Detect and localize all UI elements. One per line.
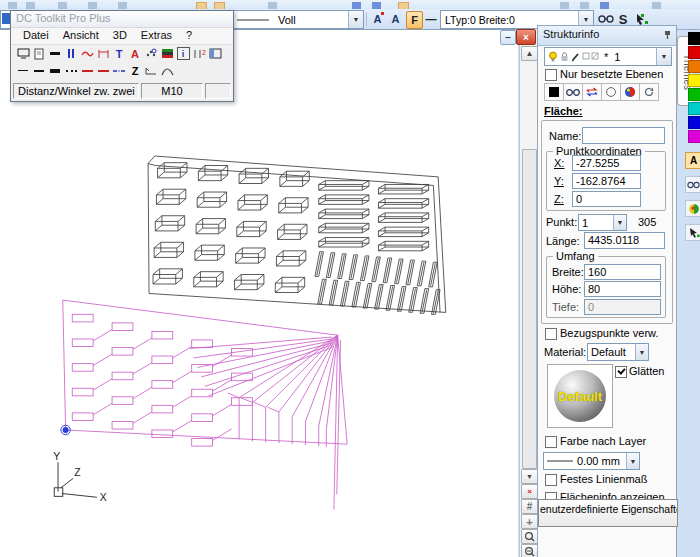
vertical-scrollbar[interactable]: ▲ ▼ × # + [519,29,537,557]
zoom-extents-button[interactable] [521,544,538,557]
panel-header[interactable]: Strukturinfo [538,26,676,46]
chevron-down-icon[interactable]: ▼ [626,453,639,469]
annotation-icon[interactable]: A [127,46,143,61]
line-style-combobox[interactable]: Voll ▼ [231,10,364,29]
z-order-icon[interactable]: Z [127,63,143,78]
chevron-down-icon[interactable]: ▼ [613,215,626,230]
palette-swatch[interactable] [688,74,700,87]
bold-line-style-icon[interactable] [47,63,63,78]
clipped-toolbar-icon[interactable] [560,2,569,9]
palette-swatch[interactable] [688,88,700,101]
color-by-layer-checkbox[interactable] [545,436,557,448]
menu-item-extras[interactable]: Extras [134,28,179,41]
palette-swatch[interactable] [688,32,700,45]
angle-icon[interactable] [143,63,159,78]
clipped-toolbar-icon[interactable] [352,2,361,9]
arc-icon[interactable] [159,63,175,78]
selected-point-marker[interactable] [63,427,69,433]
view-glasses-button[interactable] [563,83,583,101]
close-view-button[interactable]: × [521,484,538,499]
swap-arrows-button[interactable] [582,83,602,101]
depth-input[interactable]: 0 [584,299,661,315]
monitor-icon[interactable] [15,46,31,61]
circle-button[interactable] [601,83,621,101]
dashdot-blue-line-icon[interactable] [111,63,127,78]
strip-picker-button[interactable] [685,224,700,241]
height-input[interactable]: 80 [584,281,661,297]
line-width-combobox[interactable]: 0.00 mm ▼ [543,452,640,470]
scrollbar-thumb[interactable] [522,149,537,469]
info-icon[interactable]: i [175,46,191,61]
menu-item-datei[interactable]: Datei [16,28,56,41]
point-combobox[interactable]: 1 ▼ [578,214,627,231]
view-dropdown-button[interactable]: ▼ [521,469,538,484]
dotted-line-style-icon[interactable] [63,63,79,78]
thin-line-style-icon[interactable] [15,63,31,78]
sheet-icon[interactable] [31,46,47,61]
clipped-toolbar-icon[interactable] [26,2,35,9]
clipped-toolbar-icon[interactable] [88,2,97,9]
chevron-down-icon[interactable]: ▼ [656,48,671,65]
dc-toolkit-window[interactable]: DC Toolkit Pro Plus DateiAnsicht3DExtras… [10,10,234,102]
measure-two-icon[interactable]: 2 [191,46,207,61]
menu-item-[interactable]: ? [179,28,199,41]
only-occupied-checkbox[interactable] [545,69,557,81]
y-input[interactable]: -162.8764 [572,173,641,189]
clipped-toolbar-icon[interactable] [58,2,67,9]
fixed-line-checkbox[interactable] [545,474,557,486]
chevron-down-icon[interactable]: ▼ [348,11,363,28]
width-input[interactable]: 160 [584,264,661,280]
dashed-red-line2-icon[interactable] [95,63,111,78]
strip-a-button[interactable]: A [685,152,700,169]
strip-color-ball-button[interactable] [685,200,700,217]
palette-swatch[interactable] [688,46,700,59]
pin-icon[interactable] [663,30,672,40]
points-icon[interactable] [143,46,159,61]
custom-properties-button[interactable]: enutzerdefinierte Eigenschafte [538,499,678,527]
palette-swatch[interactable] [688,116,700,129]
dash-button[interactable]: — [424,11,438,27]
split-window-icon[interactable] [207,46,223,61]
parallel-lines-icon[interactable] [63,46,79,61]
grid-toggle-button[interactable]: # [521,499,538,514]
layers-icon[interactable] [159,46,175,61]
clipped-toolbar-icon[interactable] [580,2,589,9]
smooth-checkbox[interactable] [615,366,627,378]
name-input[interactable] [582,127,665,144]
medium-line-style-icon[interactable] [31,63,47,78]
clipped-toolbar-icon[interactable] [372,2,381,9]
strip-glasses-button[interactable] [685,176,700,193]
scroll-up-button[interactable]: ▲ [521,46,538,61]
close-button[interactable]: × [516,29,536,45]
color-ball-button[interactable] [620,83,640,101]
font-decrease-button[interactable]: A [388,11,403,27]
z-input[interactable]: 0 [572,191,641,207]
rotate-button[interactable] [639,83,659,101]
menu-item-3d[interactable]: 3D [106,28,134,41]
palette-swatch[interactable] [688,102,700,115]
chevron-down-icon[interactable]: ▼ [635,344,648,360]
length-input[interactable]: 4435.0118 [584,232,665,249]
material-combobox[interactable]: Default ▼ [587,343,649,361]
palette-swatch[interactable] [688,130,700,143]
dimension-icon[interactable] [95,46,111,61]
clipped-toolbar-icon[interactable] [652,2,661,9]
wave-icon[interactable] [79,46,95,61]
clipped-toolbar-icon[interactable] [600,2,609,9]
palette-swatch[interactable] [688,60,700,73]
clipped-toolbar-icon[interactable] [118,2,127,9]
font-increase-button[interactable]: A [370,11,385,27]
zoom-window-button[interactable] [521,529,538,544]
clipped-toolbar-icon[interactable] [268,2,277,9]
refpoints-checkbox[interactable] [545,328,557,340]
font-toggle-button[interactable]: F [406,11,423,29]
color-black-button[interactable] [544,83,564,101]
text-tool-icon[interactable]: T [111,46,127,61]
menu-item-ansicht[interactable]: Ansicht [56,28,106,41]
material-preview[interactable]: Default [547,364,613,428]
layer-combobox[interactable]: * 1 ▼ [544,47,672,66]
clipped-toolbar-icon[interactable] [8,2,17,9]
pan-button[interactable]: + [521,514,538,529]
dashed-red-line-icon[interactable] [79,63,95,78]
x-input[interactable]: -27.5255 [572,155,641,171]
